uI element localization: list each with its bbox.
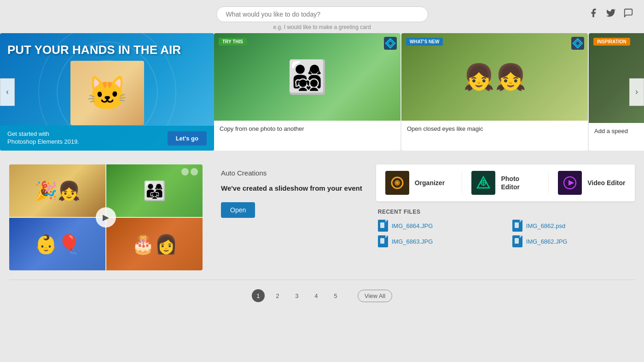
auto-creations-info: Auto Creations We've created a slideshow… [212, 164, 362, 218]
photo-editor-app[interactable]: Photo Editor [471, 171, 539, 195]
slideshow-preview: 🎉👧 👨‍👩‍👧 👶🎈 🎂👩 [9, 164, 203, 270]
facebook-icon[interactable] [587, 6, 600, 19]
page-5[interactable]: 5 [329, 289, 342, 302]
apps-panel: Organizer Photo Editor [376, 164, 635, 201]
prev-arrow[interactable]: ‹ [0, 78, 15, 106]
slide-cell-1: 🎉👧 [9, 164, 105, 217]
tutorial-label-0: Copy from one photo to another [214, 121, 400, 138]
slide-cell-2: 👨‍👩‍👧 [106, 164, 203, 217]
svg-rect-15 [380, 222, 384, 228]
inspiration-badge: INSPIRATION [593, 38, 630, 46]
hero-bottom: Get started with Photoshop Elements 2019… [0, 126, 214, 151]
svg-marker-14 [569, 180, 574, 186]
pagination: 1 2 3 4 5 View All [9, 280, 635, 307]
middle-section: 🎉👧 👨‍👩‍👧 👶🎈 🎂👩 [0, 151, 644, 280]
page-2[interactable]: 2 [271, 289, 284, 302]
auto-creations-title: Auto Creations [221, 169, 362, 177]
svg-rect-16 [515, 222, 519, 228]
svg-rect-17 [380, 238, 384, 244]
search-container: e.g. I would like to make a greeting car… [216, 6, 428, 30]
recent-files-title: RECENT FILES [378, 209, 633, 215]
file-name-3: IMG_6862.JPG [526, 238, 568, 245]
diamond-icon-0 [384, 37, 397, 50]
file-icon-2 [378, 235, 388, 247]
auto-creations-desc: We've created a slideshow from your even… [221, 183, 362, 193]
social-icons [587, 6, 635, 19]
search-hint: e.g. I would like to make a greeting car… [273, 24, 371, 30]
open-button[interactable]: Open [221, 202, 255, 218]
cards-section: ‹ PUT YOUR HANDS IN THE AIR 🐱 Get starte… [0, 33, 644, 151]
file-icon-1 [512, 220, 522, 232]
file-name-0: IMG_6864.JPG [392, 222, 433, 229]
tutorial-label-2: Add a speed [589, 123, 644, 140]
app-divider-1 [462, 171, 462, 194]
photo-editor-icon [471, 171, 495, 195]
diamond-icon-1 [571, 37, 584, 50]
tutorial-card-1[interactable]: WHAT'S NEW Open closed eyes like magic [401, 33, 588, 151]
next-arrow[interactable]: › [629, 78, 644, 106]
recent-file-2[interactable]: IMG_6863.JPG [378, 235, 499, 247]
chat-icon[interactable] [622, 6, 635, 19]
photo-editor-label: Photo Editor [501, 175, 539, 191]
recent-file-1[interactable]: IMG_6862.psd [512, 220, 633, 232]
apps-recent: Organizer Photo Editor [376, 164, 635, 247]
file-name-2: IMG_6863.JPG [392, 238, 433, 245]
file-icon-3 [512, 235, 522, 247]
tutorial-card-0[interactable]: TRY THIS Copy from one photo to another [214, 33, 400, 151]
whats-new-badge: WHAT'S NEW [406, 38, 443, 46]
organizer-app[interactable]: Organizer [385, 171, 453, 195]
tutorial-img-1: WHAT'S NEW [401, 33, 588, 121]
slide-cell-4: 🎂👩 [106, 218, 203, 270]
slide-cell-3: 👶🎈 [9, 218, 105, 270]
hero-title: PUT YOUR HANDS IN THE AIR [7, 43, 207, 57]
lets-go-button[interactable]: Let's go [168, 131, 207, 146]
hero-subtitle: Get started with Photoshop Elements 2019… [7, 130, 79, 146]
page-1[interactable]: 1 [252, 289, 265, 302]
recent-files-grid: IMG_6864.JPG IMG_6862.psd [378, 220, 633, 247]
recent-file-0[interactable]: IMG_6864.JPG [378, 220, 499, 232]
view-all-button[interactable]: View All [358, 290, 392, 302]
svg-rect-18 [515, 238, 519, 244]
hero-card[interactable]: PUT YOUR HANDS IN THE AIR 🐱 Get started … [0, 33, 214, 151]
page-3[interactable]: 3 [290, 289, 303, 302]
twitter-icon[interactable] [604, 6, 617, 19]
hero-cat-image: 🐱 [70, 61, 144, 125]
video-editor-icon [558, 171, 582, 195]
organizer-label: Organizer [415, 179, 445, 187]
organizer-icon [385, 171, 409, 195]
video-editor-app[interactable]: Video Editor [558, 171, 626, 195]
play-button[interactable]: ▶ [96, 207, 116, 228]
search-input[interactable] [216, 6, 428, 22]
recent-file-3[interactable]: IMG_6862.JPG [512, 235, 633, 247]
recent-files-section: RECENT FILES IMG_6864.JPG [376, 209, 635, 247]
tutorial-label-1: Open closed eyes like magic [401, 121, 588, 138]
video-editor-label: Video Editor [587, 179, 625, 187]
file-name-1: IMG_6862.psd [526, 222, 565, 229]
page-4[interactable]: 4 [310, 289, 323, 302]
svg-point-8 [396, 182, 398, 184]
app-divider-2 [548, 171, 549, 194]
header: e.g. I would like to make a greeting car… [0, 0, 644, 33]
try-this-badge: TRY THIS [219, 38, 247, 46]
tutorial-cards: TRY THIS Copy from one photo to another … [214, 33, 644, 151]
tutorial-img-0: TRY THIS [214, 33, 400, 121]
file-icon-0 [378, 220, 388, 232]
circles-overlay [181, 168, 198, 175]
